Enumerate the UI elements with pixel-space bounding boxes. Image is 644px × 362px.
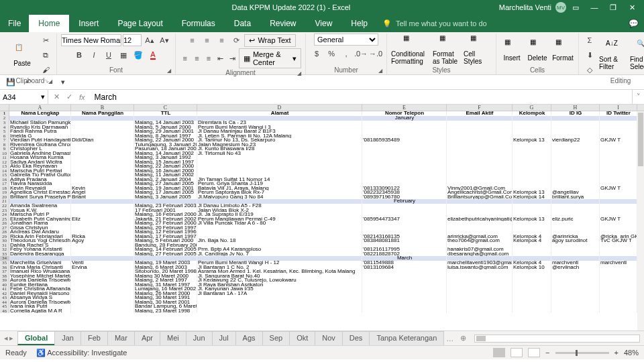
table-row[interactable]: 2January [0,116,644,121]
minimize-icon[interactable]: — [585,0,604,15]
sheet-tab[interactable]: Tanpa Keterangan [369,331,444,345]
file-menu[interactable]: File [0,15,29,32]
accessibility-status[interactable]: ♿ Accessibility: Investigate [36,349,127,357]
ribbon-options-icon[interactable]: ▭ [566,0,585,15]
launcher-icon[interactable]: ◢ [297,70,301,76]
format-as-table-button[interactable]: ▦Format as Table [433,34,461,65]
copy-icon[interactable]: ⧉ [39,48,52,62]
underline-button[interactable]: U [102,48,115,62]
format-cells-button[interactable]: ▦Format [551,38,574,62]
sheet-tab[interactable]: Mei [160,331,186,345]
col-header[interactable]: F [447,105,513,111]
user-account[interactable]: Marchelita Venti MV [499,2,566,13]
wrap-text-button[interactable]: ↩Wrap Text [244,34,295,47]
autosum-icon[interactable]: Σ [583,34,596,47]
decrease-font-icon[interactable]: A▾ [158,34,171,47]
vertical-scrollbar[interactable] [637,111,644,330]
expand-formula-icon[interactable]: ˅ [632,90,644,104]
sheet-tab[interactable]: Jul [212,331,236,345]
increase-font-icon[interactable]: A▴ [143,34,156,47]
spreadsheet-grid[interactable]: A B C D E F G H I 1Nama LengkapNama Pang… [0,105,644,330]
increase-indent-icon[interactable]: ⇥ [227,52,237,65]
col-header[interactable]: H [551,105,600,111]
decrease-indent-icon[interactable]: ⇤ [215,52,226,65]
increase-decimal-icon[interactable]: .0→ [354,47,368,60]
percent-icon[interactable]: % [325,47,338,60]
comments-icon[interactable]: 💬 [629,19,639,28]
find-select-button[interactable]: 🔍Find & Select [630,40,644,70]
cut-icon[interactable]: ✂ [39,34,52,47]
align-bottom-icon[interactable]: ≡ [215,34,228,47]
tab-formulas[interactable]: Formulas [172,15,225,32]
insert-cells-button[interactable]: ▦Insert [500,38,523,62]
fx-icon[interactable]: fx [79,93,85,101]
cell-styles-button[interactable]: ▦Cell Styles [464,34,492,65]
sheet-tab[interactable]: Jan [54,331,81,345]
tab-data[interactable]: Data [225,15,260,32]
merge-center-button[interactable]: ▦Merge & Center▾ [239,48,301,68]
col-header[interactable]: C [134,105,197,111]
zoom-level[interactable]: 48% [624,349,639,357]
border-icon[interactable]: ▦ [117,48,130,62]
sheet-tab[interactable]: Feb [80,331,108,345]
launcher-icon[interactable]: ◢ [167,68,171,74]
close-icon[interactable]: ✕ [623,0,641,15]
sheet-tab[interactable]: Nov [315,331,343,345]
new-sheet-icon[interactable]: ⊕ [456,334,470,343]
align-right-icon[interactable]: ≡ [203,52,214,65]
tab-help[interactable]: Help [341,15,377,32]
col-header[interactable]: I [600,105,637,111]
col-header[interactable]: B [71,105,134,111]
align-top-icon[interactable]: ≡ [185,34,199,47]
bold-button[interactable]: B [72,48,86,62]
decrease-decimal-icon[interactable]: →.0 [369,47,382,60]
cancel-formula-icon[interactable]: ✕ [54,93,60,101]
tab-home[interactable]: Home [29,15,69,32]
page-break-view-icon[interactable] [528,348,540,357]
launcher-icon[interactable]: ◢ [48,78,52,84]
fill-color-icon[interactable]: 🪣 [131,48,145,62]
tell-me[interactable]: 💡 Tell me what you want to do [382,19,487,28]
align-middle-icon[interactable]: ≡ [200,34,213,47]
delete-cells-button[interactable]: ▦Delete [526,38,549,62]
currency-icon[interactable]: $ [310,47,323,60]
tab-review[interactable]: Review [260,15,305,32]
tab-page-layout[interactable]: Page Layout [108,15,172,32]
sheet-tab[interactable]: Apr [134,331,160,345]
select-all-corner[interactable] [0,105,9,111]
clear-icon[interactable]: ◇ [583,63,596,76]
sheet-tab[interactable]: Des [342,331,370,345]
align-center-icon[interactable]: ≡ [192,52,203,65]
conditional-formatting-button[interactable]: ▦Conditional Formatting [391,34,430,65]
font-name-select[interactable] [61,34,121,46]
format-painter-icon[interactable]: 🖌 [39,63,52,76]
comma-icon[interactable]: , [339,47,353,60]
zoom-out-icon[interactable]: − [545,349,549,357]
restore-icon[interactable]: ❐ [604,0,623,15]
tab-view[interactable]: View [306,15,342,32]
sheet-nav-last-icon[interactable]: ▸ [9,334,13,343]
formula-bar[interactable]: March [91,93,632,102]
align-left-icon[interactable]: ≡ [180,52,191,65]
font-size-select[interactable] [123,34,142,46]
col-header[interactable]: A [9,105,71,111]
sheet-tab[interactable]: Global [17,331,55,345]
sheet-tab[interactable]: Mar [107,331,135,345]
number-format-select[interactable]: General [314,34,378,46]
tab-insert[interactable]: Insert [69,15,108,32]
paste-button[interactable]: 📋Paste [8,44,36,67]
qat-customize-icon[interactable]: ▾ [56,76,70,89]
col-header[interactable]: D [197,105,362,111]
col-header[interactable]: G [513,105,551,111]
zoom-in-icon[interactable]: + [614,349,619,357]
sheet-scroll-icon[interactable]: … [443,335,456,343]
sheet-nav-first-icon[interactable]: ◂ [4,334,8,343]
col-header[interactable]: E [362,105,447,111]
sort-filter-button[interactable]: A↓ZSort & Filter [599,40,627,70]
fill-icon[interactable]: ⬇ [583,48,596,62]
table-row[interactable]: 46Cornelia Agatia M A RMalang, 23 Maret … [0,309,644,314]
table-row[interactable]: 21February [0,199,644,204]
horizontal-scrollbar[interactable] [474,335,640,343]
enter-formula-icon[interactable]: ✓ [66,93,72,101]
name-box[interactable]: A34▾ [0,90,48,104]
